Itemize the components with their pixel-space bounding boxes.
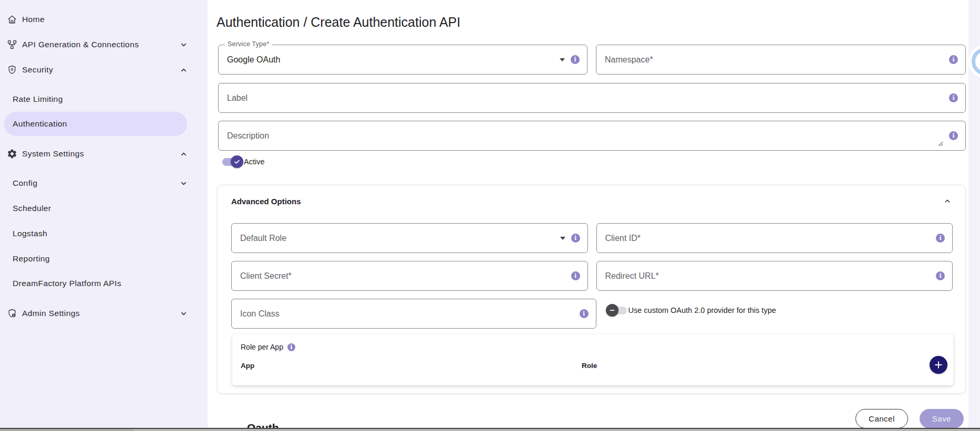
client-id-field[interactable] [596,223,953,253]
custom-provider-toggle-cell: Use custom OAuth 2.0 provider for this t… [605,299,953,329]
sidebar-item-scheduler[interactable]: Scheduler [4,196,187,220]
shield-user-icon [6,308,18,319]
chevron-down-icon [180,41,188,49]
home-icon [6,14,18,25]
sidebar-item-logstash[interactable]: Logstash [4,222,187,246]
dropdown-caret-icon[interactable] [560,237,565,240]
resize-handle-icon[interactable] [937,140,943,146]
icon-class-field[interactable] [231,299,596,329]
sidebar-item-rate-limiting[interactable]: Rate Limiting [4,87,187,111]
chevron-up-icon [180,150,188,158]
custom-provider-toggle[interactable] [607,307,627,314]
info-icon[interactable] [287,343,295,351]
form-row-1: Service Type* Google OAuth [218,45,966,75]
footer-actions: Cancel Save [855,409,964,428]
sidebar-item-authentication[interactable]: Authentication [4,112,187,136]
api-nodes-icon [6,39,18,50]
redirect-url-field[interactable] [596,261,953,291]
active-toggle-row: Active [222,157,265,166]
description-input[interactable] [227,131,949,141]
client-secret-input[interactable] [240,271,571,281]
label-input[interactable] [227,93,949,103]
shield-lock-icon [6,64,18,76]
active-toggle[interactable] [222,158,242,166]
sidebar-item-reporting[interactable]: Reporting [4,247,187,271]
sidebar-item-home[interactable]: Home [4,7,187,31]
sidebar-item-label: System Settings [22,149,84,159]
add-role-button[interactable] [930,356,947,374]
sidebar: Home API Generation & Connections Securi… [0,0,208,428]
service-type-value: Google OAuth [227,55,560,65]
info-icon[interactable] [949,131,958,140]
info-icon[interactable] [936,234,945,243]
advanced-row-3: Use custom OAuth 2.0 provider for this t… [231,299,953,329]
save-button[interactable]: Save [920,409,964,428]
role-per-app-card: Role per App App Role [232,334,953,385]
info-icon[interactable] [571,55,580,64]
description-field[interactable] [218,121,966,151]
icon-class-input[interactable] [240,309,580,319]
sidebar-item-label: Logstash [13,229,47,238]
client-secret-field[interactable] [231,261,588,291]
default-role-placeholder: Default Role [240,234,560,243]
sidebar-item-label: Authentication [13,119,67,129]
label-field[interactable] [218,83,966,113]
info-icon[interactable] [949,55,958,64]
sidebar-item-label: Config [13,178,37,188]
active-label: Active [244,157,265,166]
info-icon[interactable] [571,271,580,280]
page-title: Authentication / Create Authentication A… [216,15,460,30]
client-id-input[interactable] [605,234,936,243]
sidebar-item-config[interactable]: Config [4,171,187,195]
sidebar-item-label: Admin Settings [22,309,80,318]
sidebar-item-label: Home [22,15,45,24]
sidebar-item-admin-settings[interactable]: Admin Settings [4,301,187,325]
app-window: Home API Generation & Connections Securi… [0,0,980,431]
dropdown-caret-icon[interactable] [560,58,565,61]
default-role-select[interactable]: Default Role [231,223,588,253]
advanced-row-2 [231,261,953,291]
sidebar-item-api-generation[interactable]: API Generation & Connections [4,33,187,57]
sidebar-item-df-platform-apis[interactable]: DreamFactory Platform APIs [4,271,187,296]
cancel-button[interactable]: Cancel [855,409,908,428]
info-icon[interactable] [580,309,589,318]
sidebar-item-label: DreamFactory Platform APIs [13,279,121,288]
toggle-minus-icon [606,304,618,317]
info-icon[interactable] [949,93,958,102]
redirect-url-input[interactable] [605,271,936,281]
service-type-select[interactable]: Service Type* Google OAuth [218,45,587,75]
collapse-chevron-up-icon[interactable] [943,197,952,205]
advanced-options-title: Advanced Options [231,197,301,206]
namespace-input[interactable] [605,55,949,65]
toggle-check-icon [231,155,243,168]
sidebar-item-security[interactable]: Security [4,58,187,82]
info-icon[interactable] [936,271,945,280]
namespace-field[interactable] [596,45,966,75]
sidebar-item-label: Security [22,65,53,75]
role-per-app-title: Role per App [241,343,283,351]
sidebar-item-label: API Generation & Connections [22,40,139,49]
sidebar-item-system-settings[interactable]: System Settings [4,142,187,166]
column-header-app: App [241,362,254,370]
scrollbar-thumb[interactable] [0,429,133,431]
advanced-options-panel: Advanced Options Default Role [217,185,966,394]
column-header-role: Role [582,362,597,370]
service-type-label: Service Type* [225,40,272,48]
chevron-up-icon [180,66,188,74]
plus-icon [933,360,944,370]
advanced-row-1: Default Role [231,223,953,253]
custom-provider-label: Use custom OAuth 2.0 provider for this t… [628,306,776,314]
sidebar-item-label: Rate Limiting [13,94,63,104]
chevron-down-icon [180,310,188,318]
chevron-down-icon [180,180,188,187]
gear-icon [6,148,18,160]
info-icon[interactable] [571,234,580,243]
sidebar-item-label: Scheduler [13,204,51,213]
sidebar-item-label: Reporting [13,254,50,264]
horizontal-scrollbar[interactable] [0,428,980,431]
